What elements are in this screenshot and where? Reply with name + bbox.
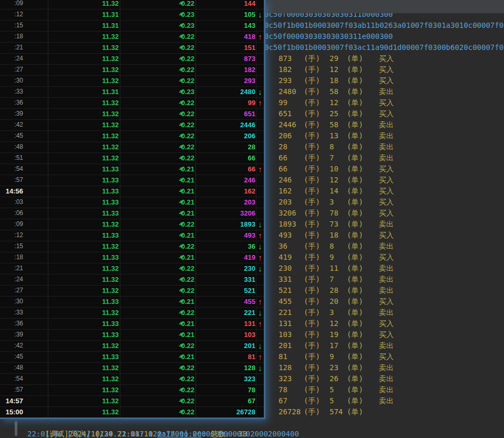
trade-volume: 331 <box>279 274 292 285</box>
unit-order-label: (单) <box>347 252 363 263</box>
cell-change: ▼-0.22 <box>122 219 194 230</box>
cell-volume: 66 <box>198 152 255 164</box>
table-row: :0311.33▼-0.21203 <box>0 197 264 208</box>
console-hex-line: 0c50f00003030303030311e000300 <box>264 31 393 42</box>
cell-change: ▼-0.21 <box>122 208 194 219</box>
down-triangle-icon: ▼ <box>179 230 184 241</box>
unit-order-label: (单) <box>347 86 363 97</box>
trade-volume: 2446 <box>279 119 296 130</box>
cell-change: ▼-0.23 <box>122 9 194 20</box>
unit-hand-label: (手) <box>304 395 320 406</box>
unit-hand-label: (手) <box>304 307 320 318</box>
table-row: :5411.32▼-0.22323 <box>0 373 264 385</box>
cell-price: 11.32 <box>50 263 119 274</box>
cell-price: 11.32 <box>50 395 119 406</box>
cell-change: ▼-0.21 <box>122 164 194 175</box>
unit-hand-label: (手) <box>304 362 320 373</box>
trade-direction: 买入 <box>379 208 394 219</box>
scrollbar-thumb[interactable] <box>15 421 17 436</box>
cell-volume: 651 <box>198 108 255 119</box>
table-row: 14:5611.33▼-0.21162 <box>0 186 264 197</box>
arrow-up-icon: ↑ <box>256 296 264 307</box>
trade-direction: 卖出 <box>379 373 394 384</box>
trade-direction: 卖出 <box>379 307 394 318</box>
cell-time: :39 <box>0 108 23 119</box>
unit-order-label: (单) <box>347 318 363 329</box>
cell-volume: 2446 <box>198 119 255 130</box>
down-triangle-icon: ▼ <box>179 164 184 175</box>
table-row: :5411.33▼-0.2166↑ <box>0 164 264 175</box>
unit-order-label: (单) <box>347 130 363 141</box>
trade-volume: 66 <box>279 152 287 164</box>
trade-count: 11 <box>330 263 338 274</box>
cell-price: 11.33 <box>50 329 119 340</box>
console-write-line: 22:01:40 [写入] [124.71.187.122:7709] 0c00… <box>27 429 299 438</box>
arrow-down-icon: ↓ <box>256 362 264 373</box>
unit-order-label: (单) <box>347 53 363 64</box>
cell-time: 14:57 <box>0 395 23 406</box>
table-row: :3611.33▼-0.21131↑ <box>0 318 264 330</box>
cell-time: :24 <box>0 53 23 64</box>
table-row: 14:5711.32▼-0.2267 <box>0 395 264 407</box>
trade-volume: 99 <box>279 97 287 108</box>
down-triangle-icon: ▼ <box>179 186 184 197</box>
trade-count: 12 <box>330 318 338 329</box>
down-triangle-icon: ▼ <box>179 53 184 64</box>
cell-time: :30 <box>0 75 23 86</box>
unit-order-label: (单) <box>347 406 363 417</box>
cell-time: :33 <box>0 307 23 318</box>
arrow-down-icon: ↓ <box>256 307 264 318</box>
trade-direction: 卖出 <box>379 362 394 373</box>
trade-direction: 卖出 <box>379 86 394 97</box>
trade-direction: 卖出 <box>379 152 394 164</box>
unit-hand-label: (手) <box>304 108 320 119</box>
cell-change: ▼-0.22 <box>122 307 194 318</box>
table-row: :0611.33▼-0.213206 <box>0 208 264 219</box>
trade-direction: 买入 <box>379 97 394 108</box>
down-triangle-icon: ▼ <box>179 175 184 186</box>
table-row: :3611.32▼-0.2299↑ <box>0 97 264 109</box>
cell-time: :54 <box>0 373 23 384</box>
cell-price: 11.32 <box>50 64 119 75</box>
down-triangle-icon: ▼ <box>179 152 184 164</box>
cell-price: 11.32 <box>50 219 119 230</box>
cell-change: ▼-0.22 <box>122 53 194 64</box>
arrow-up-icon: ↑ <box>256 97 264 108</box>
table-row: :5711.32▼-0.2278 <box>0 384 264 396</box>
trade-volume: 323 <box>279 373 292 384</box>
trade-count: 7 <box>330 152 334 164</box>
unit-hand-label: (手) <box>304 175 320 186</box>
unit-order-label: (单) <box>347 296 363 307</box>
table-row: :1811.32▼-0.22418↑ <box>0 31 264 43</box>
trade-volume: 419 <box>279 252 292 263</box>
cell-price: 11.33 <box>50 296 119 307</box>
down-triangle-icon: ▼ <box>179 208 184 219</box>
unit-hand-label: (手) <box>304 75 320 86</box>
cell-price: 11.32 <box>50 141 119 152</box>
trade-direction: 卖出 <box>379 219 394 230</box>
cell-time: :57 <box>0 384 23 395</box>
cell-price: 11.31 <box>50 20 119 31</box>
down-triangle-icon: ▼ <box>179 130 184 141</box>
down-triangle-icon: ▼ <box>179 0 184 9</box>
arrow-up-icon: ↑ <box>256 230 264 241</box>
down-triangle-icon: ▼ <box>179 197 184 208</box>
cell-price: 11.31 <box>50 9 119 20</box>
trade-count: 5 <box>330 384 334 395</box>
cell-time: :03 <box>0 197 23 208</box>
cell-change: ▼-0.22 <box>122 285 194 296</box>
trade-count: 12 <box>330 97 338 108</box>
cell-price: 11.33 <box>50 252 119 263</box>
cell-price: 11.33 <box>50 197 119 208</box>
cell-time: :27 <box>0 64 23 75</box>
trade-volume: 873 <box>279 53 292 64</box>
trade-direction: 卖出 <box>379 285 394 296</box>
unit-order-label: (单) <box>347 64 363 75</box>
down-triangle-icon: ▼ <box>179 241 184 252</box>
cell-price: 11.32 <box>50 97 119 108</box>
trade-count: 17 <box>330 340 338 351</box>
trade-volume: 103 <box>279 329 292 340</box>
trade-volume: 246 <box>279 175 292 186</box>
table-row: :4211.32▼-0.222446 <box>0 119 264 131</box>
table-row: :1511.32▼-0.2236↓ <box>0 241 264 252</box>
